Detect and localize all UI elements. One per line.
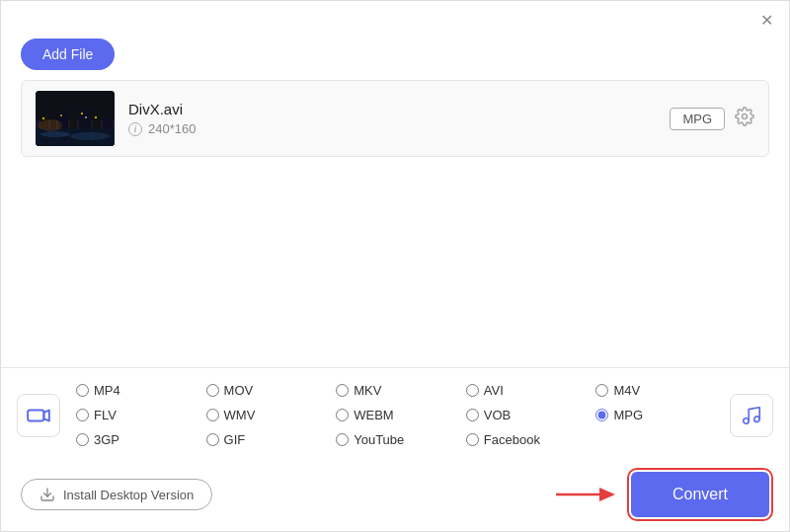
settings-icon[interactable] xyxy=(735,107,754,131)
format-grid: MP4 MOV MKV AVI M4V FLV WM xyxy=(70,376,720,454)
format-option-mov[interactable]: MOV xyxy=(200,380,331,401)
svg-rect-19 xyxy=(28,410,43,420)
format-option-youtube[interactable]: YouTube xyxy=(330,429,460,450)
radio-youtube[interactable] xyxy=(336,433,349,446)
format-option-wmv[interactable]: WMV xyxy=(200,405,331,425)
svg-rect-11 xyxy=(81,113,83,114)
svg-point-16 xyxy=(70,132,110,140)
radio-webm[interactable] xyxy=(336,409,349,421)
download-icon xyxy=(40,487,55,502)
svg-rect-12 xyxy=(85,116,87,118)
info-icon: i xyxy=(128,122,142,136)
radio-mpg[interactable] xyxy=(595,409,608,421)
svg-rect-9 xyxy=(42,117,44,119)
svg-rect-13 xyxy=(95,116,97,118)
radio-flv[interactable] xyxy=(76,409,89,421)
radio-facebook[interactable] xyxy=(466,433,479,446)
format-option-mp4[interactable]: MP4 xyxy=(70,380,200,401)
radio-mp4[interactable] xyxy=(76,384,89,397)
title-bar: ✕ xyxy=(1,1,789,35)
file-info: DivX.avi i 240*160 xyxy=(128,101,656,136)
svg-marker-20 xyxy=(43,410,48,420)
radio-gif[interactable] xyxy=(206,433,219,446)
format-option-facebook[interactable]: Facebook xyxy=(460,429,591,450)
radio-wmv[interactable] xyxy=(206,409,219,421)
svg-point-18 xyxy=(743,114,748,118)
file-name: DivX.avi xyxy=(128,101,656,117)
bottom-bar: MP4 MOV MKV AVI M4V FLV WM xyxy=(1,367,789,531)
close-button[interactable]: ✕ xyxy=(757,11,775,29)
radio-m4v[interactable] xyxy=(595,384,608,397)
radio-avi[interactable] xyxy=(466,384,479,397)
audio-format-icon[interactable] xyxy=(730,394,773,437)
format-option-vob[interactable]: VOB xyxy=(460,405,591,425)
file-meta: i 240*160 xyxy=(128,121,656,136)
svg-point-15 xyxy=(40,131,70,137)
svg-point-21 xyxy=(744,418,750,423)
radio-mkv[interactable] xyxy=(336,384,349,397)
format-option-mpg[interactable]: MPG xyxy=(590,405,720,425)
arrow-icon xyxy=(556,483,615,506)
file-item: DivX.avi i 240*160 MPG xyxy=(22,81,768,156)
file-thumbnail xyxy=(36,91,115,146)
format-badge-button[interactable]: MPG xyxy=(670,108,725,130)
radio-3gp[interactable] xyxy=(76,433,89,446)
convert-button[interactable]: Convert xyxy=(631,472,769,517)
format-option-mkv[interactable]: MKV xyxy=(330,380,460,401)
main-window: ✕ Add File xyxy=(0,0,790,532)
file-actions: MPG xyxy=(670,107,754,131)
convert-area: Convert xyxy=(556,472,769,517)
file-dimensions: 240*160 xyxy=(148,121,196,136)
format-option-3gp[interactable]: 3GP xyxy=(70,429,200,450)
format-section: MP4 MOV MKV AVI M4V FLV WM xyxy=(1,368,789,462)
svg-point-22 xyxy=(754,416,760,421)
add-file-button[interactable]: Add File xyxy=(21,38,115,70)
video-format-icon[interactable] xyxy=(17,394,60,437)
toolbar: Add File xyxy=(1,35,789,80)
content-area xyxy=(1,157,789,367)
radio-mov[interactable] xyxy=(206,384,219,397)
file-list: DivX.avi i 240*160 MPG xyxy=(21,80,769,157)
svg-point-17 xyxy=(39,119,62,131)
format-option-webm[interactable]: WEBM xyxy=(330,405,460,425)
action-bar: Install Desktop Version Convert xyxy=(1,462,789,531)
radio-vob[interactable] xyxy=(466,409,479,421)
install-label: Install Desktop Version xyxy=(63,488,194,502)
svg-marker-25 xyxy=(599,488,615,501)
format-option-gif[interactable]: GIF xyxy=(200,429,331,450)
format-option-m4v[interactable]: M4V xyxy=(590,380,720,401)
format-option-avi[interactable]: AVI xyxy=(460,380,591,401)
svg-rect-10 xyxy=(60,114,62,116)
install-button[interactable]: Install Desktop Version xyxy=(21,479,212,510)
format-option-flv[interactable]: FLV xyxy=(70,405,200,425)
